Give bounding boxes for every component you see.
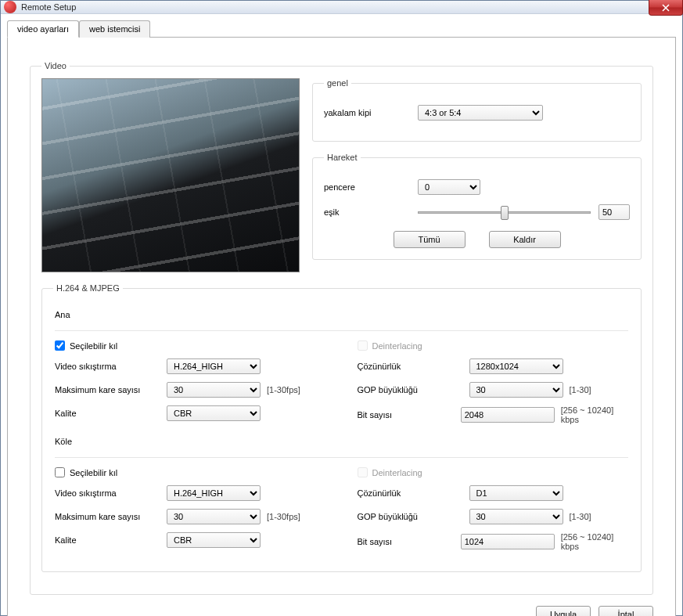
tab-web-client[interactable]: web istemcisi bbox=[79, 20, 150, 38]
apply-button[interactable]: Uygula bbox=[536, 606, 591, 616]
deinterlacing-label: Deinterlacing bbox=[372, 468, 422, 477]
quality-label: Kalite bbox=[55, 409, 160, 418]
compression-label: Video sıkıştırma bbox=[55, 488, 160, 498]
video-legend: Video bbox=[41, 61, 70, 70]
secondary-compression-select[interactable]: H.264_HIGH bbox=[167, 485, 261, 501]
select-all-button[interactable]: Tümü bbox=[394, 231, 466, 248]
primary-selectable-checkbox[interactable]: Seçilebilir kıl bbox=[55, 340, 117, 351]
threshold-value[interactable] bbox=[599, 204, 630, 220]
window-title: Remote Setup bbox=[21, 2, 679, 12]
tab-video-settings[interactable]: video ayarları bbox=[7, 20, 79, 38]
secondary-resolution-select[interactable]: D1 bbox=[469, 485, 563, 501]
footer-buttons: Uygula İptal bbox=[30, 606, 653, 616]
motion-window-label: pencere bbox=[324, 182, 410, 192]
primary-quality-select[interactable]: CBR bbox=[167, 405, 261, 421]
primary-compression-select[interactable]: H.264_HIGH bbox=[167, 358, 261, 374]
primary-title: Ana bbox=[55, 305, 628, 324]
selectable-label: Seçilebilir kıl bbox=[70, 468, 117, 477]
primary-resolution-select[interactable]: 1280x1024 bbox=[469, 358, 563, 374]
remove-button[interactable]: Kaldır bbox=[489, 231, 561, 248]
quality-label: Kalite bbox=[55, 535, 160, 545]
tab-label: video ayarları bbox=[17, 24, 69, 34]
client-area: video ayarları web istemcisi Video genel… bbox=[1, 14, 682, 616]
close-icon bbox=[662, 4, 670, 12]
primary-deinterlacing-checkbox: Deinterlacing bbox=[358, 340, 422, 351]
deinterlacing-label: Deinterlacing bbox=[372, 341, 422, 351]
capture-mode-label: yakalam kipi bbox=[324, 108, 410, 117]
secondary-bitrate-input[interactable] bbox=[461, 534, 555, 549]
secondary-quality-select[interactable]: CBR bbox=[167, 532, 261, 548]
tab-label: web istemcisi bbox=[89, 24, 140, 34]
general-fieldset: genel yakalam kipi 4:3 or 5:4 bbox=[312, 78, 642, 142]
secondary-selectable-input[interactable] bbox=[55, 467, 65, 477]
video-fieldset: Video genel yakalam kipi 4:3 or 5:4 bbox=[30, 61, 653, 595]
primary-maxframes-select[interactable]: 30 bbox=[167, 382, 261, 398]
bitrate-label: Bit sayısı bbox=[358, 537, 455, 546]
divider bbox=[55, 457, 628, 458]
fps-hint: [1-30fps] bbox=[267, 385, 300, 394]
motion-fieldset: Hareket pencere 0 eşik bbox=[312, 153, 642, 260]
primary-gop-select[interactable]: 30 bbox=[469, 382, 563, 398]
lg-logo-icon bbox=[4, 1, 16, 13]
divider bbox=[55, 330, 628, 331]
bitrate-hint: [256 ~ 10240] kbps bbox=[561, 405, 628, 424]
max-frames-label: Maksimum kare sayısı bbox=[55, 512, 160, 521]
gop-label: GOP büyüklüğü bbox=[358, 512, 463, 521]
gop-label: GOP büyüklüğü bbox=[358, 385, 463, 394]
primary-selectable-input[interactable] bbox=[55, 340, 65, 351]
codec-legend: H.264 & MJPEG bbox=[53, 283, 123, 293]
bitrate-label: Bit sayısı bbox=[358, 410, 455, 420]
codec-fieldset: H.264 & MJPEG Ana Seçilebilir kıl bbox=[41, 283, 642, 572]
capture-mode-select[interactable]: 4:3 or 5:4 bbox=[418, 105, 543, 121]
secondary-deinterlacing-input bbox=[358, 467, 368, 477]
general-legend: genel bbox=[324, 78, 351, 88]
secondary-title: Köle bbox=[55, 432, 628, 451]
video-preview bbox=[41, 78, 300, 272]
secondary-gop-select[interactable]: 30 bbox=[469, 509, 563, 524]
selectable-label: Seçilebilir kıl bbox=[70, 341, 117, 351]
close-button[interactable] bbox=[649, 0, 683, 16]
gop-hint: [1-30] bbox=[570, 385, 591, 394]
primary-bitrate-input[interactable] bbox=[461, 407, 555, 423]
bitrate-hint: [256 ~ 10240] kbps bbox=[561, 532, 628, 551]
compression-label: Video sıkıştırma bbox=[55, 362, 160, 371]
threshold-label: eşik bbox=[324, 207, 410, 217]
resolution-label: Çözünürlük bbox=[358, 488, 463, 498]
resolution-label: Çözünürlük bbox=[358, 362, 463, 371]
secondary-selectable-checkbox[interactable]: Seçilebilir kıl bbox=[55, 467, 117, 477]
secondary-deinterlacing-checkbox: Deinterlacing bbox=[358, 467, 422, 477]
motion-legend: Hareket bbox=[324, 153, 361, 162]
cancel-button[interactable]: İptal bbox=[599, 606, 653, 616]
fps-hint: [1-30fps] bbox=[267, 512, 300, 521]
tabs-header: video ayarları web istemcisi bbox=[7, 20, 676, 38]
primary-deinterlacing-input bbox=[358, 340, 368, 351]
secondary-maxframes-select[interactable]: 30 bbox=[167, 509, 261, 524]
gop-hint: [1-30] bbox=[570, 512, 591, 521]
tab-panel-video: Video genel yakalam kipi 4:3 or 5:4 bbox=[7, 37, 676, 616]
max-frames-label: Maksimum kare sayısı bbox=[55, 385, 160, 394]
threshold-slider[interactable] bbox=[418, 211, 591, 214]
remote-setup-window: Remote Setup video ayarları web istemcis… bbox=[0, 0, 683, 616]
titlebar: Remote Setup bbox=[1, 1, 682, 14]
motion-window-select[interactable]: 0 bbox=[418, 179, 480, 195]
